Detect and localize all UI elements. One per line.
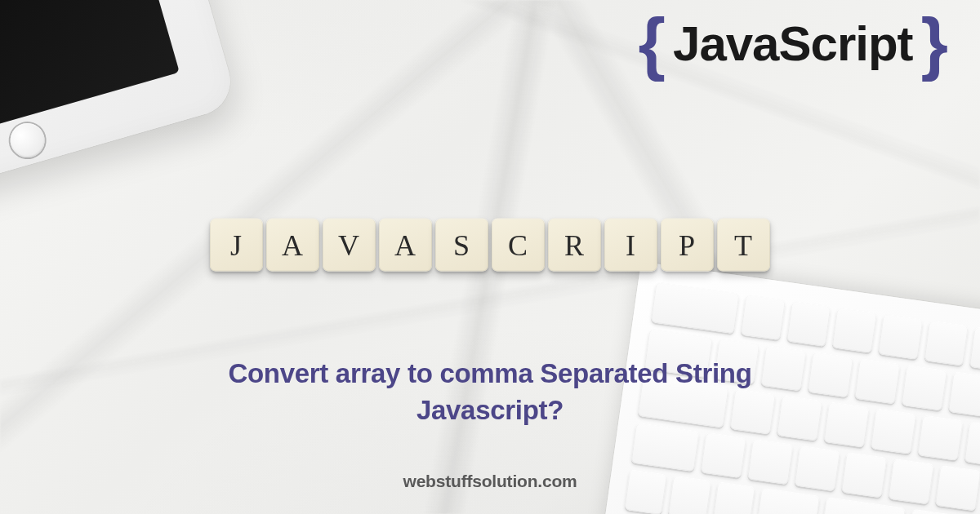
letter-tile: R — [548, 219, 601, 272]
keyboard-key — [948, 371, 980, 417]
keyboard-key — [902, 365, 947, 410]
site-url: webstuffsolution.com — [403, 472, 577, 491]
keyboard-key — [969, 326, 980, 372]
letter-tile: A — [379, 219, 432, 272]
keyboard-key — [854, 358, 900, 404]
article-title: Convert array to comma Separated String … — [172, 356, 808, 428]
keyboard-key — [964, 421, 980, 467]
keyboard-key — [756, 488, 820, 514]
keyboard-key — [701, 432, 746, 478]
keyboard-key — [624, 469, 667, 514]
logo-word: JavaScript — [665, 20, 921, 69]
brace-open-icon: { — [639, 18, 665, 67]
keyboard-key — [917, 414, 963, 460]
keyboard-key — [823, 401, 869, 447]
keyboard-key — [924, 320, 969, 366]
keyboard-key — [786, 301, 831, 347]
keyboard-key — [871, 408, 916, 454]
brace-close-icon: } — [921, 18, 947, 67]
keyboard-key — [630, 423, 699, 472]
keyboard-key — [712, 481, 755, 514]
keyboard-key — [795, 445, 840, 491]
keyboard-key — [808, 352, 853, 397]
letter-tile: T — [717, 219, 770, 272]
keyboard-key — [841, 452, 887, 498]
keyboard-key — [741, 295, 786, 340]
scrabble-tiles-row: J A V A S C R I P T — [210, 219, 770, 272]
keyboard-key — [935, 465, 980, 511]
letter-tile: A — [266, 219, 319, 272]
letter-tile: P — [661, 219, 714, 272]
keyboard-key — [888, 459, 933, 504]
javascript-logo: { JavaScript } — [639, 20, 947, 69]
keyboard-key — [668, 476, 711, 514]
letter-tile: S — [435, 219, 488, 272]
keyboard-key — [832, 308, 877, 353]
keyboard-key — [747, 439, 793, 485]
letter-tile: I — [604, 219, 657, 272]
letter-tile: C — [492, 219, 545, 272]
keyboard-key — [651, 281, 740, 334]
keyboard-key — [878, 313, 923, 359]
letter-tile: V — [323, 219, 376, 272]
letter-tile: J — [210, 219, 263, 272]
